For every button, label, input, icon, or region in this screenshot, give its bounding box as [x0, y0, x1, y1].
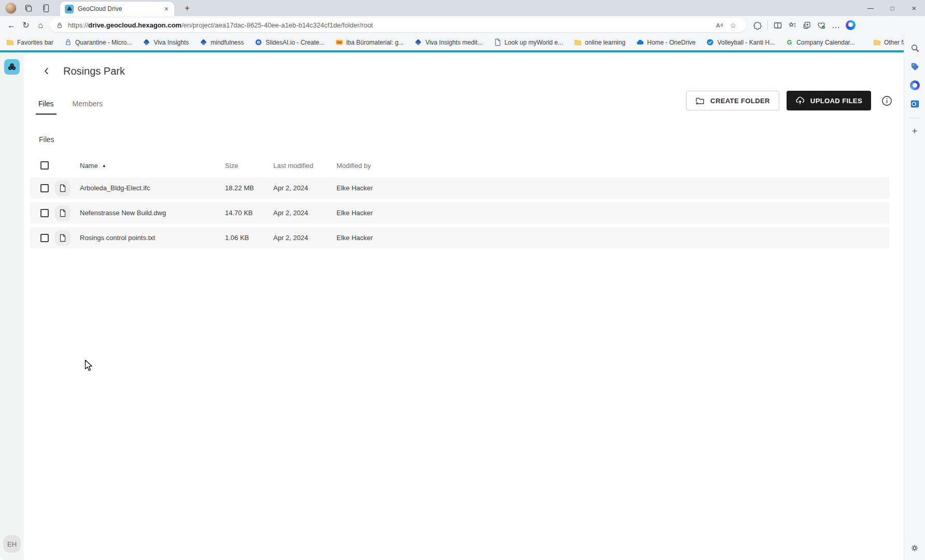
- diamond-icon: [414, 38, 422, 46]
- favorite-item[interactable]: mindfulness: [200, 38, 244, 46]
- lock-icon: [64, 38, 72, 46]
- outlook-icon[interactable]: [908, 97, 921, 110]
- files-section-label: Files: [39, 135, 904, 144]
- workspaces-icon[interactable]: [22, 2, 35, 15]
- iba-icon: [335, 38, 343, 46]
- folder-icon: [574, 38, 582, 46]
- diamond-icon: [143, 38, 150, 46]
- favorite-item[interactable]: Look up myWorld e...: [494, 38, 563, 46]
- app-sidebar: EH: [0, 52, 24, 560]
- browser-tab[interactable]: GeoCloud Drive ×: [60, 2, 174, 16]
- extensions-icon[interactable]: [750, 18, 765, 33]
- file-table: Name ▲ Size Last modified Modified by Ar…: [24, 158, 904, 248]
- back-chevron-icon[interactable]: [40, 65, 53, 77]
- address-bar[interactable]: https://drive.geocloud.hexagon.com/en/pr…: [50, 18, 746, 32]
- file-name: Rosings control points.txt: [80, 234, 225, 242]
- file-modified-by: Elke Hacker: [337, 209, 889, 217]
- folder-plus-icon: [695, 96, 705, 105]
- browser-essentials-icon[interactable]: [814, 18, 829, 33]
- geocloud-favicon: [65, 5, 74, 13]
- new-tab-button[interactable]: +: [180, 3, 194, 13]
- check-circle-icon: [706, 38, 714, 46]
- favorite-item[interactable]: iba Büromaterial: g...: [335, 38, 404, 46]
- user-avatar[interactable]: EH: [3, 535, 21, 553]
- sidebar-settings-gear-icon[interactable]: [908, 541, 921, 555]
- favorites-bar: Favorites bar Quarantine - Micro... Viva…: [0, 34, 904, 50]
- column-header-name[interactable]: Name ▲: [80, 162, 225, 170]
- info-icon[interactable]: [880, 94, 893, 107]
- browser-profile-avatar[interactable]: [5, 3, 17, 14]
- favorite-item[interactable]: online learning: [574, 38, 625, 46]
- tab-strip: GeoCloud Drive × + — □ ×: [0, 0, 925, 16]
- file-size: 14.70 KB: [225, 209, 273, 217]
- table-row[interactable]: Arboleda_Bldg-Elect.ifc 18.22 MB Apr 2, …: [30, 177, 889, 199]
- column-header-size[interactable]: Size: [225, 162, 273, 170]
- page-header: Rosings Park: [24, 52, 904, 77]
- window-maximize-button[interactable]: □: [881, 0, 903, 16]
- column-header-modified-by[interactable]: Modified by: [337, 162, 889, 170]
- mouse-cursor: [85, 359, 95, 374]
- microsoft-365-icon[interactable]: [908, 78, 921, 92]
- page-title: Rosings Park: [63, 65, 125, 77]
- header-actions: CREATE FOLDER UPLOAD FILES: [686, 91, 893, 115]
- row-checkbox[interactable]: [40, 234, 49, 242]
- geocloud-logo[interactable]: [4, 59, 20, 75]
- select-all-checkbox[interactable]: [40, 161, 49, 170]
- table-header-row: Name ▲ Size Last modified Modified by: [30, 158, 889, 173]
- sidebar-search-icon[interactable]: [908, 41, 921, 54]
- favorite-item[interactable]: Home - OneDrive: [636, 38, 695, 46]
- file-modified-by: Elke Hacker: [337, 184, 889, 192]
- window-close-button[interactable]: ×: [903, 0, 925, 16]
- row-checkbox[interactable]: [40, 209, 49, 217]
- row-checkbox[interactable]: [40, 184, 49, 192]
- g-letter-icon: [786, 38, 793, 46]
- column-header-last-modified[interactable]: Last modified: [273, 162, 337, 170]
- edge-sidebar: +: [904, 34, 925, 560]
- favorite-item[interactable]: Company Calendar...: [786, 38, 855, 46]
- tab-members[interactable]: Members: [73, 100, 103, 115]
- home-button[interactable]: ⌂: [33, 18, 48, 33]
- tab-title: GeoCloud Drive: [78, 5, 163, 12]
- table-row[interactable]: Nefenstrasse New Build.dwg 14.70 KB Apr …: [30, 202, 889, 223]
- read-aloud-icon[interactable]: [713, 19, 726, 32]
- favorite-item[interactable]: Quarantine - Micro...: [64, 38, 132, 46]
- tabs-row: Files Members CREATE FOLDER UPLOAD FILES: [24, 91, 904, 115]
- favorite-item[interactable]: Viva Insights medit...: [414, 38, 483, 46]
- sidebar-add-icon[interactable]: +: [908, 124, 921, 138]
- file-name: Arboleda_Bldg-Elect.ifc: [80, 184, 225, 192]
- upload-files-button[interactable]: UPLOAD FILES: [787, 91, 871, 110]
- tab-actions-icon[interactable]: [39, 2, 53, 15]
- split-screen-icon[interactable]: [770, 18, 785, 33]
- copilot-icon[interactable]: [843, 18, 858, 33]
- favorites-hub-icon[interactable]: [785, 18, 800, 33]
- window-minimize-button[interactable]: —: [860, 0, 881, 16]
- favorite-item[interactable]: Viva Insights: [143, 38, 189, 46]
- refresh-button[interactable]: ↻: [19, 18, 33, 33]
- url-text: https://drive.geocloud.hexagon.com/en/pr…: [68, 21, 373, 29]
- shopping-icon[interactable]: [908, 60, 921, 73]
- tab-close-icon[interactable]: ×: [163, 5, 170, 13]
- back-button[interactable]: ←: [4, 18, 19, 33]
- diamond-icon: [200, 38, 207, 46]
- file-size: 1.06 KB: [225, 234, 273, 242]
- favorite-item[interactable]: Volleyball - Kanti H...: [706, 38, 775, 46]
- file-icon: [55, 205, 71, 221]
- tab-files[interactable]: Files: [38, 100, 54, 115]
- file-icon: [55, 230, 71, 246]
- favorite-item[interactable]: SlidesAI.io - Create...: [255, 38, 324, 46]
- main-content: Rosings Park Files Members CREATE FOLDER…: [24, 52, 904, 560]
- file-icon: [55, 180, 71, 196]
- table-row[interactable]: Rosings control points.txt 1.06 KB Apr 2…: [30, 227, 889, 248]
- blue-circle-icon: [255, 38, 262, 46]
- browser-window: GeoCloud Drive × + — □ × ← ↻ ⌂ https://d…: [0, 0, 925, 560]
- favorite-item[interactable]: Favorites bar: [6, 38, 53, 46]
- cloud-upload-icon: [795, 96, 805, 105]
- settings-more-icon[interactable]: …: [829, 18, 843, 33]
- file-size: 18.22 MB: [225, 184, 273, 192]
- site-lock-icon[interactable]: [56, 22, 63, 29]
- favorite-star-icon[interactable]: ☆: [726, 19, 740, 32]
- file-last-modified: Apr 2, 2024: [273, 234, 337, 242]
- collections-icon[interactable]: [800, 18, 814, 33]
- file-name: Nefenstrasse New Build.dwg: [80, 209, 225, 217]
- create-folder-button[interactable]: CREATE FOLDER: [686, 91, 779, 110]
